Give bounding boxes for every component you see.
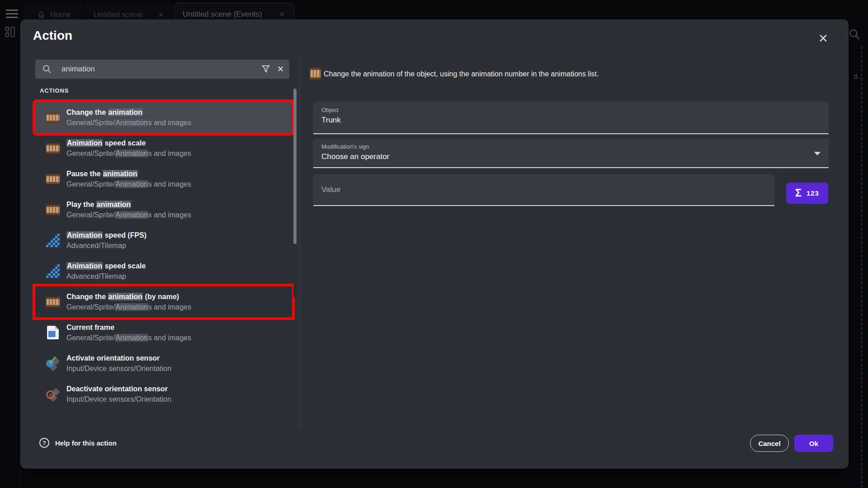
operator-value: Choose an operator — [321, 152, 821, 161]
sprite-animation-icon — [45, 205, 61, 215]
action-list-item[interactable]: Change the animation (by name)General/Sp… — [35, 286, 292, 317]
action-item-path: Advanced/Tilemap — [66, 240, 146, 251]
action-item-text: Change the animation (by name)General/Sp… — [66, 291, 191, 312]
action-description: Change the animation of the object, usin… — [324, 70, 599, 78]
action-item-title: Change the animation (by name) — [66, 291, 191, 302]
value-input[interactable] — [313, 174, 774, 205]
action-dialog: Action ✕ ✕ ACTIONS Change the animationG… — [20, 19, 849, 469]
action-item-text: Current frameGeneral/Sprite/Animations a… — [66, 322, 191, 343]
action-item-title: Activate orientation sensor — [66, 353, 171, 363]
action-item-title: Current frame — [66, 322, 191, 333]
action-item-title: Deactivate orientation sensor — [66, 384, 171, 394]
tilemap-icon — [45, 234, 61, 247]
dialog-close-icon[interactable]: ✕ — [812, 28, 834, 49]
operator-label: Modification's sign — [321, 143, 821, 150]
action-item-title: Animation speed scale — [66, 138, 191, 148]
action-list-item[interactable]: Change the animationGeneral/Sprite/Anima… — [35, 102, 292, 133]
action-item-title: Animation speed (FPS) — [66, 230, 146, 240]
action-item-text: Play the animationGeneral/Sprite/Animati… — [66, 199, 191, 220]
action-item-text: Pause the animationGeneral/Sprite/Animat… — [66, 169, 191, 189]
action-item-text: Animation speed scaleAdvanced/Tilemap — [66, 261, 146, 282]
cancel-button[interactable]: Cancel — [750, 435, 789, 452]
help-label: Help for this action — [55, 439, 117, 447]
value-field — [313, 174, 774, 206]
actions-section-header: ACTIONS — [40, 87, 69, 94]
action-list-item[interactable]: Animation speed scaleAdvanced/Tilemap — [35, 256, 292, 286]
expression-editor-button[interactable]: Σ 123 — [786, 183, 828, 204]
filter-icon[interactable] — [261, 64, 271, 74]
list-scrollbar-thumb[interactable] — [293, 89, 297, 244]
action-list-item[interactable]: Play the animationGeneral/Sprite/Animati… — [35, 194, 292, 225]
expression-button-label: 123 — [807, 189, 819, 197]
action-item-title: Change the animation — [66, 107, 191, 117]
sprite-animation-icon — [45, 174, 61, 184]
action-item-path: General/Sprite/Animations and images — [66, 117, 191, 128]
action-item-text: Activate orientation sensorInput/Device … — [66, 353, 171, 374]
tilemap-icon — [45, 264, 61, 278]
action-list-item[interactable]: Pause the animationGeneral/Sprite/Animat… — [35, 164, 292, 194]
dialog-title: Action — [33, 28, 72, 43]
action-search-bar: ✕ — [35, 60, 289, 79]
search-input[interactable] — [52, 60, 261, 79]
action-item-title: Play the animation — [66, 199, 191, 210]
sprite-animation-icon — [45, 113, 61, 123]
sprite-animation-icon — [45, 143, 61, 154]
chevron-down-icon — [814, 152, 821, 155]
action-item-path: General/Sprite/Animations and images — [66, 333, 191, 343]
action-list-item[interactable]: Current frameGeneral/Sprite/Animations a… — [35, 317, 292, 348]
orientation-deactivate-icon — [45, 387, 61, 401]
search-clear-icon[interactable]: ✕ — [277, 64, 284, 74]
action-list-item[interactable]: ✓Activate orientation sensorInput/Device… — [35, 348, 292, 379]
operator-select[interactable]: Modification's sign Choose an operator — [313, 139, 829, 168]
action-item-title: Pause the animation — [66, 169, 191, 179]
action-item-path: General/Sprite/Animations and images — [66, 179, 191, 189]
object-field-value: Trunk — [321, 116, 821, 125]
object-field[interactable]: Object Trunk — [313, 102, 829, 134]
action-item-text: Animation speed scaleGeneral/Sprite/Anim… — [66, 138, 191, 159]
action-item-path: Input/Device sensors/Orientation — [66, 363, 171, 374]
action-item-path: Advanced/Tilemap — [66, 271, 146, 282]
current-frame-icon — [45, 326, 61, 339]
action-item-path: General/Sprite/Animations and images — [66, 210, 191, 220]
action-item-text: Deactivate orientation sensorInput/Devic… — [66, 384, 171, 404]
sigma-icon: Σ — [795, 187, 802, 199]
sprite-animation-icon — [45, 297, 61, 307]
action-item-text: Animation speed (FPS)Advanced/Tilemap — [66, 230, 146, 251]
actions-list: Change the animationGeneral/Sprite/Anima… — [35, 102, 292, 409]
orientation-activate-icon: ✓ — [45, 357, 61, 370]
search-icon — [42, 64, 52, 75]
action-item-title: Animation speed scale — [66, 261, 146, 271]
help-link[interactable]: ? Help for this action — [39, 438, 117, 448]
help-icon: ? — [39, 438, 49, 448]
action-list-item[interactable]: Animation speed (FPS)Advanced/Tilemap — [35, 225, 292, 256]
sprite-animation-icon — [310, 68, 321, 80]
object-field-label: Object — [321, 107, 821, 113]
action-list-item[interactable]: Deactivate orientation sensorInput/Devic… — [35, 379, 292, 409]
action-item-text: Change the animationGeneral/Sprite/Anima… — [66, 107, 191, 128]
action-list-item[interactable]: Animation speed scaleGeneral/Sprite/Anim… — [35, 133, 292, 164]
pane-divider — [300, 56, 300, 429]
action-item-path: General/Sprite/Animations and images — [66, 302, 191, 312]
action-item-path: General/Sprite/Animations and images — [66, 148, 191, 159]
ok-button[interactable]: Ok — [794, 435, 833, 452]
action-item-path: Input/Device sensors/Orientation — [66, 394, 171, 404]
